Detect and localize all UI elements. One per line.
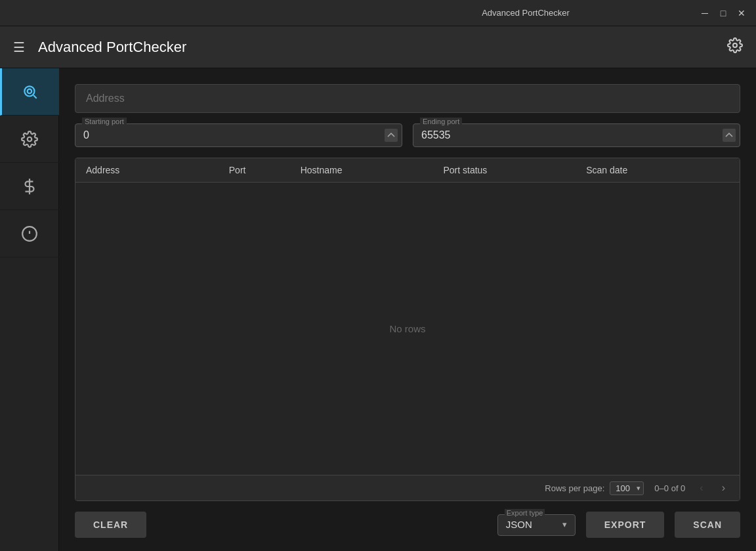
- svg-point-4: [27, 137, 32, 141]
- col-address-header: Address: [86, 165, 229, 175]
- titlebar-title: Advanced PortChecker: [353, 8, 698, 18]
- table-footer: Rows per page: 10 25 50 100 0–0 of 0 ‹: [75, 475, 740, 500]
- address-input[interactable]: [75, 84, 740, 113]
- starting-port-input[interactable]: [83, 129, 378, 141]
- table-header: Address Port Hostname Port status Scan d…: [75, 158, 740, 183]
- dollar-icon: [21, 178, 38, 195]
- next-page-button[interactable]: ›: [718, 481, 729, 495]
- export-button[interactable]: EXPORT: [586, 512, 665, 538]
- spinner-icon: [387, 131, 395, 139]
- svg-line-2: [33, 95, 37, 99]
- svg-point-1: [24, 86, 34, 96]
- export-type-wrap: Export type JSON CSV XML ▾: [497, 514, 576, 536]
- app-header: ☰ Advanced PortChecker: [0, 26, 756, 68]
- results-table: Address Port Hostname Port status Scan d…: [75, 158, 740, 501]
- scan-button[interactable]: SCAN: [675, 512, 740, 538]
- ending-port-wrap: Ending port: [413, 123, 740, 147]
- gear-icon: [727, 37, 743, 53]
- starting-port-wrap: Starting port: [75, 123, 402, 147]
- titlebar: Advanced PortChecker ─ □ ✕: [0, 0, 756, 26]
- header-settings-button[interactable]: [724, 35, 746, 59]
- info-icon: [21, 225, 38, 242]
- maximize-button[interactable]: □: [717, 7, 730, 20]
- sidebar-item-settings[interactable]: [0, 116, 59, 163]
- col-status-header: Port status: [443, 165, 586, 175]
- prev-page-button[interactable]: ‹: [696, 481, 707, 495]
- pagination-info: 0–0 of 0: [654, 483, 685, 493]
- spinner-icon-2: [725, 131, 733, 139]
- close-button[interactable]: ✕: [735, 7, 748, 20]
- scan-icon: [22, 83, 39, 100]
- ending-port-input[interactable]: [421, 129, 716, 141]
- ending-port-label: Ending port: [420, 118, 462, 125]
- export-chevron-icon: ▾: [562, 519, 567, 529]
- ending-port-spinner[interactable]: [723, 129, 736, 142]
- col-date-header: Scan date: [586, 165, 729, 175]
- export-select-wrap: JSON CSV XML ▾: [506, 519, 567, 530]
- rows-per-page-label: Rows per page:: [545, 483, 604, 493]
- col-port-header: Port: [229, 165, 301, 175]
- starting-port-label: Starting port: [82, 118, 127, 125]
- col-hostname-header: Hostname: [301, 165, 444, 175]
- starting-port-spinner[interactable]: [385, 129, 398, 142]
- sidebar: [0, 68, 59, 551]
- sidebar-item-info[interactable]: [0, 210, 59, 257]
- export-type-label: Export type: [505, 509, 545, 517]
- hamburger-button[interactable]: ☰: [10, 37, 28, 58]
- app-layout: ☰ Advanced PortChecker: [0, 26, 756, 551]
- sidebar-item-billing[interactable]: [0, 163, 59, 210]
- content-area: Starting port Ending port: [59, 68, 756, 551]
- app-title: Advanced PortChecker: [38, 39, 724, 56]
- minimize-button[interactable]: ─: [698, 7, 711, 20]
- no-rows-text: No rows: [389, 323, 425, 334]
- rows-select-wrap[interactable]: 10 25 50 100: [610, 481, 644, 495]
- svg-point-3: [28, 89, 32, 93]
- svg-point-0: [733, 43, 737, 47]
- rows-per-page-select[interactable]: 10 25 50 100: [610, 481, 644, 495]
- settings-icon: [21, 131, 38, 148]
- table-body: No rows: [75, 183, 740, 475]
- export-type-select[interactable]: JSON CSV XML: [506, 519, 558, 530]
- port-row: Starting port Ending port: [75, 123, 740, 147]
- main-area: Starting port Ending port: [0, 68, 756, 551]
- titlebar-controls: ─ □ ✕: [698, 7, 748, 20]
- bottom-bar: CLEAR Export type JSON CSV XML ▾ EXPORT …: [75, 512, 740, 538]
- sidebar-item-scan[interactable]: [0, 68, 59, 116]
- rows-per-page-section: Rows per page: 10 25 50 100: [545, 481, 644, 495]
- clear-button[interactable]: CLEAR: [75, 512, 146, 538]
